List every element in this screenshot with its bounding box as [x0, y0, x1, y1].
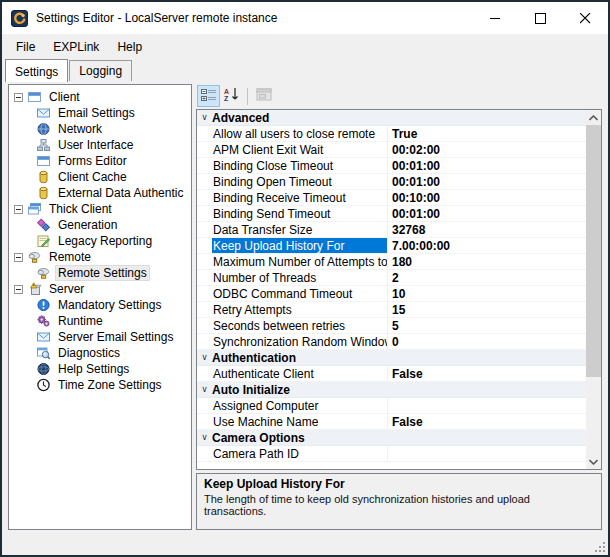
chevron-down-icon[interactable]: ∨ [197, 353, 212, 362]
property-value[interactable]: 00:01:00 [388, 158, 586, 173]
property-name[interactable]: Binding Close Timeout [212, 158, 388, 173]
property-value[interactable]: 00:10:00 [388, 190, 586, 205]
property-row-seconds-between-retries[interactable]: Seconds between retries5 [197, 318, 586, 334]
vertical-scrollbar[interactable] [586, 110, 601, 469]
tree-item-mandatory-settings[interactable]: Mandatory Settings [9, 297, 191, 313]
property-value[interactable]: False [388, 414, 586, 429]
property-value[interactable]: 00:02:00 [388, 142, 586, 157]
property-name[interactable]: Use Machine Name [212, 414, 388, 429]
category-authentication[interactable]: ∨Authentication [197, 350, 586, 366]
chevron-down-icon[interactable]: ∨ [197, 385, 212, 394]
property-name[interactable]: Camera Path ID [212, 446, 388, 461]
property-name[interactable]: ODBC Command Timeout [212, 286, 388, 301]
property-name[interactable]: Data Transfer Size [212, 222, 388, 237]
property-name[interactable]: Synchronization Random Window M [212, 334, 388, 349]
scroll-up-icon[interactable] [586, 110, 601, 125]
property-value[interactable]: 0 [388, 334, 586, 349]
property-name[interactable]: Binding Receive Timeout [212, 190, 388, 205]
tree-item-help-settings[interactable]: Help Settings [9, 361, 191, 377]
property-row-allow-all-users-to-close-remote[interactable]: Allow all users to close remoteTrue [197, 126, 586, 142]
property-value[interactable]: False [388, 366, 586, 381]
property-name[interactable]: Keep Upload History For [212, 238, 388, 253]
property-name[interactable]: APM Client Exit Wait [212, 142, 388, 157]
tree-item-server[interactable]: Server [9, 281, 191, 297]
tree-item-client[interactable]: Client [9, 89, 191, 105]
tree-item-thick-client[interactable]: Thick Client [9, 201, 191, 217]
chevron-down-icon[interactable]: ∨ [197, 433, 212, 442]
property-row-authenticate-client[interactable]: Authenticate ClientFalse [197, 366, 586, 382]
tree-item-generation[interactable]: Generation [9, 217, 191, 233]
property-name[interactable]: Authenticate Client [212, 366, 388, 381]
property-row-use-machine-name[interactable]: Use Machine NameFalse [197, 414, 586, 430]
tree-item-external-data-authentic[interactable]: External Data Authentic [9, 185, 191, 201]
property-name[interactable]: Binding Send Timeout [212, 206, 388, 221]
scrollbar-thumb[interactable] [586, 125, 601, 377]
maximize-icon[interactable] [518, 2, 563, 34]
property-row-binding-close-timeout[interactable]: Binding Close Timeout00:01:00 [197, 158, 586, 174]
property-value[interactable]: True [388, 126, 586, 141]
menu-help[interactable]: Help [108, 36, 151, 58]
property-row-maximum-number-of-attempts-to-cre[interactable]: Maximum Number of Attempts to Cre180 [197, 254, 586, 270]
chevron-down-icon[interactable]: ∨ [197, 113, 212, 122]
property-value[interactable]: 15 [388, 302, 586, 317]
tree-item-server-email-settings[interactable]: Server Email Settings [9, 329, 191, 345]
property-name[interactable]: Retry Attempts [212, 302, 388, 317]
property-row-synchronization-random-window-m[interactable]: Synchronization Random Window M0 [197, 334, 586, 350]
property-name[interactable]: Binding Open Timeout [212, 174, 388, 189]
property-value[interactable]: 7.00:00:00 [388, 238, 586, 253]
property-row-keep-upload-history-for[interactable]: Keep Upload History For7.00:00:00 [197, 238, 586, 254]
property-name[interactable]: Number of Threads [212, 270, 388, 285]
tree-item-network[interactable]: Network [9, 121, 191, 137]
property-row-binding-send-timeout[interactable]: Binding Send Timeout00:01:00 [197, 206, 586, 222]
property-row-assigned-computer[interactable]: Assigned Computer [197, 398, 586, 414]
collapse-minus-icon[interactable] [14, 253, 23, 262]
property-value[interactable]: 10 [388, 286, 586, 301]
property-value[interactable] [388, 446, 586, 461]
tab-logging[interactable]: Logging [69, 60, 132, 81]
tree-item-email-settings[interactable]: Email Settings [9, 105, 191, 121]
category-advanced[interactable]: ∨Advanced [197, 110, 586, 126]
property-value[interactable]: 00:01:00 [388, 206, 586, 221]
property-value[interactable]: 5 [388, 318, 586, 333]
tree-item-remote[interactable]: Remote [9, 249, 191, 265]
tree-item-client-cache[interactable]: Client Cache [9, 169, 191, 185]
property-row-apm-client-exit-wait[interactable]: APM Client Exit Wait00:02:00 [197, 142, 586, 158]
property-row-number-of-threads[interactable]: Number of Threads2 [197, 270, 586, 286]
tree-item-runtime[interactable]: Runtime [9, 313, 191, 329]
property-name[interactable]: Assigned Computer [212, 398, 388, 413]
tree-item-legacy-reporting[interactable]: Legacy Reporting [9, 233, 191, 249]
property-value[interactable]: 00:01:00 [388, 174, 586, 189]
tree-item-remote-settings[interactable]: Remote Settings [9, 265, 191, 281]
collapse-minus-icon[interactable] [14, 285, 23, 294]
alphabetical-sort-button[interactable]: A Z [220, 85, 243, 107]
tree-item-forms-editor[interactable]: Forms Editor [9, 153, 191, 169]
menu-file[interactable]: File [7, 36, 44, 58]
property-value[interactable]: 32768 [388, 222, 586, 237]
tree-item-time-zone-settings[interactable]: Time Zone Settings [9, 377, 191, 393]
close-icon[interactable] [563, 2, 608, 34]
category-auto-initialize[interactable]: ∨Auto Initialize [197, 382, 586, 398]
property-row-odbc-command-timeout[interactable]: ODBC Command Timeout10 [197, 286, 586, 302]
tree-item-diagnostics[interactable]: Diagnostics [9, 345, 191, 361]
tab-settings[interactable]: Settings [5, 59, 68, 82]
property-name[interactable]: Allow all users to close remote [212, 126, 388, 141]
property-value[interactable] [388, 398, 586, 413]
collapse-minus-icon[interactable] [14, 205, 23, 214]
resize-grip[interactable] [593, 540, 605, 552]
minimize-icon[interactable] [473, 2, 518, 34]
property-value[interactable]: 180 [388, 254, 586, 269]
property-row-binding-open-timeout[interactable]: Binding Open Timeout00:01:00 [197, 174, 586, 190]
property-row-camera-path-id[interactable]: Camera Path ID [197, 446, 586, 462]
categorized-button[interactable] [197, 85, 220, 107]
property-row-data-transfer-size[interactable]: Data Transfer Size32768 [197, 222, 586, 238]
property-value[interactable]: 2 [388, 270, 586, 285]
property-row-retry-attempts[interactable]: Retry Attempts15 [197, 302, 586, 318]
collapse-minus-icon[interactable] [14, 93, 23, 102]
property-row-binding-receive-timeout[interactable]: Binding Receive Timeout00:10:00 [197, 190, 586, 206]
menu-explink[interactable]: EXPLink [44, 36, 108, 58]
tree-item-user-interface[interactable]: User Interface [9, 137, 191, 153]
category-camera-options[interactable]: ∨Camera Options [197, 430, 586, 446]
property-name[interactable]: Maximum Number of Attempts to Cre [212, 254, 388, 269]
property-name[interactable]: Seconds between retries [212, 318, 388, 333]
scroll-down-icon[interactable] [586, 454, 601, 469]
